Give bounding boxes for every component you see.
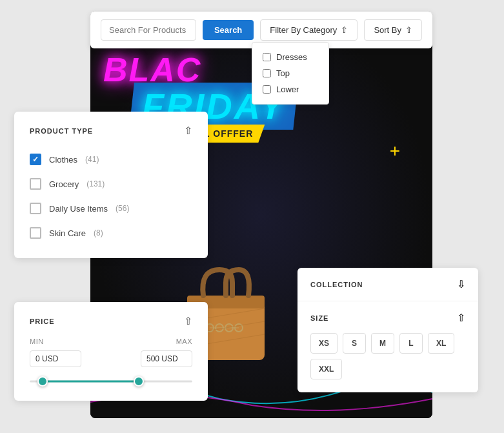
filter-item-grocery[interactable]: Grocery (131) <box>30 172 192 196</box>
category-item-lower[interactable]: Lower <box>263 81 318 97</box>
range-fill <box>43 381 139 383</box>
size-section: SIZE ⇧ XS S M L XL XXL <box>297 301 478 392</box>
collection-header: COLLECTION ⇩ <box>310 278 465 290</box>
plus-decoration: + <box>390 141 400 161</box>
filter-label-grocery: Grocery <box>49 179 79 189</box>
price-title: PRICE <box>30 317 55 325</box>
search-input[interactable] <box>101 19 196 41</box>
size-title: SIZE <box>310 314 328 322</box>
filter-item-skincare[interactable]: Skin Care (8) <box>30 221 192 245</box>
category-checkbox-dresses[interactable] <box>263 53 271 61</box>
product-type-title: PRODUCT TYPE <box>30 127 93 135</box>
price-range-labels: Min Max <box>30 337 192 345</box>
price-panel: PRICE ⇧ Min Max <box>14 302 208 401</box>
product-type-header: PRODUCT TYPE ⇧ <box>30 125 192 137</box>
chevron-up-icon-size[interactable]: ⇧ <box>457 312 465 324</box>
price-min-input[interactable] <box>30 350 81 367</box>
range-slider[interactable] <box>30 375 192 388</box>
category-dropdown: Dresses Top Lower <box>252 42 329 105</box>
category-checkbox-lower[interactable] <box>263 85 271 94</box>
price-collapse-icon[interactable]: ⇧ <box>184 315 192 327</box>
sort-label: Sort By <box>374 25 401 35</box>
chevron-up-icon: ⇧ <box>341 25 348 35</box>
category-label-dresses: Dresses <box>276 52 307 62</box>
chevron-up-icon-sort: ⇧ <box>405 25 412 35</box>
filter-count-daily: (56) <box>116 204 129 213</box>
collection-section: COLLECTION ⇩ <box>297 268 478 301</box>
category-checkbox-top[interactable] <box>263 69 271 77</box>
chevron-down-icon[interactable]: ⇩ <box>457 278 465 290</box>
filter-count-grocery: (131) <box>86 179 105 188</box>
product-type-panel: PRODUCT TYPE ⇧ Clothes (41) Grocery (131… <box>14 112 208 258</box>
filter-category-button[interactable]: Filter By Category ⇧ <box>260 19 358 41</box>
checkbox-clothes[interactable] <box>30 154 41 165</box>
filter-item-daily[interactable]: Daily Use Items (56) <box>30 196 192 221</box>
category-label-lower: Lower <box>276 85 299 94</box>
filter-label-daily: Daily Use Items <box>49 204 108 214</box>
filter-count-skincare: (8) <box>94 228 103 237</box>
size-xxl[interactable]: XXL <box>310 359 342 379</box>
checkbox-daily[interactable] <box>30 203 41 214</box>
filter-label-clothes: Clothes <box>49 155 77 165</box>
range-thumb-right[interactable] <box>134 376 144 387</box>
size-grid: XS S M L XL XXL <box>310 333 465 379</box>
size-xl[interactable]: XL <box>428 333 454 354</box>
collection-size-panel: COLLECTION ⇩ SIZE ⇧ XS S M L XL XXL <box>297 268 478 392</box>
price-inputs <box>30 350 192 367</box>
filter-item-clothes[interactable]: Clothes (41) <box>30 147 192 172</box>
collection-title: COLLECTION <box>310 281 363 288</box>
checkbox-skincare[interactable] <box>30 227 41 239</box>
search-input-wrap <box>101 19 196 41</box>
size-l[interactable]: L <box>399 333 423 354</box>
price-max-input[interactable] <box>141 350 192 367</box>
filter-count-clothes: (41) <box>85 155 99 164</box>
size-header: SIZE ⇧ <box>310 312 465 324</box>
min-label: Min <box>30 337 44 345</box>
size-s[interactable]: S <box>343 333 366 354</box>
sort-by-button[interactable]: Sort By ⇧ <box>364 19 422 41</box>
filter-label-skincare: Skin Care <box>49 228 86 238</box>
filter-category-label: Filter By Category <box>270 25 337 35</box>
size-m[interactable]: M <box>371 333 394 354</box>
category-label-top: Top <box>276 68 290 78</box>
size-xs[interactable]: XS <box>310 333 338 354</box>
price-panel-header: PRICE ⇧ <box>30 315 192 327</box>
category-item-top[interactable]: Top <box>263 65 318 81</box>
search-button[interactable]: Search <box>203 20 254 40</box>
max-label: Max <box>176 337 192 345</box>
product-type-collapse-icon[interactable]: ⇧ <box>184 125 192 137</box>
checkbox-grocery[interactable] <box>30 178 41 190</box>
category-item-dresses[interactable]: Dresses <box>263 49 318 65</box>
range-thumb-left[interactable] <box>37 376 48 387</box>
